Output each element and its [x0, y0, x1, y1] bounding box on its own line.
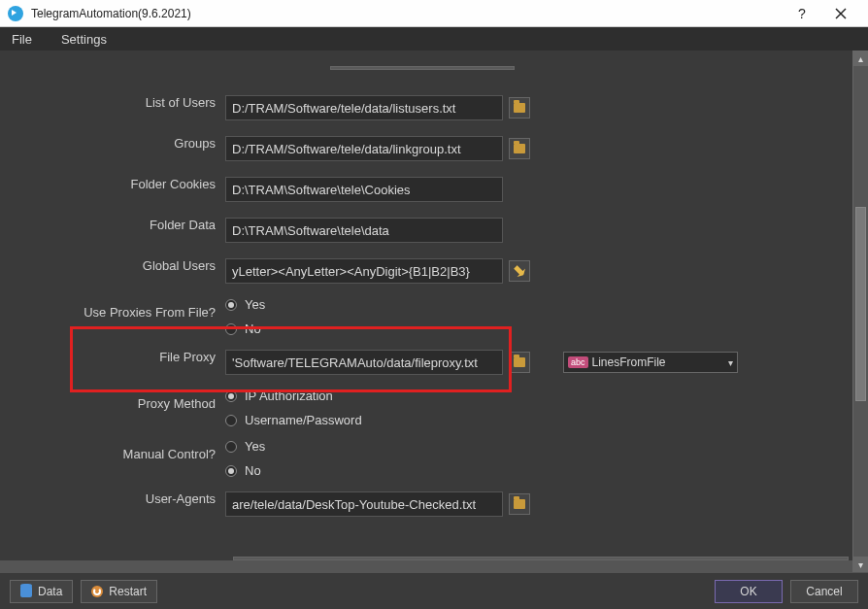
input-groups[interactable] — [225, 136, 503, 161]
horizontal-scrollbar[interactable] — [0, 560, 852, 572]
menubar: File Settings — [0, 27, 868, 51]
browse-user-agents[interactable] — [509, 493, 530, 515]
data-button-label: Data — [38, 585, 62, 598]
use-proxies-yes-label: Yes — [245, 297, 265, 312]
window-title: TelegramAutomation(9.6.2021) — [31, 7, 783, 20]
cancel-button-label: Cancel — [806, 585, 842, 598]
menu-file[interactable]: File — [6, 30, 38, 49]
folder-icon — [514, 103, 525, 113]
radio-icon — [225, 299, 237, 311]
cancel-button[interactable]: Cancel — [790, 580, 858, 603]
label-global-users: Global Users — [0, 253, 225, 273]
content-area: List of Users Groups Folder Cookies Fold… — [0, 51, 868, 572]
browse-groups[interactable] — [509, 138, 530, 159]
radio-icon — [225, 465, 237, 477]
folder-icon — [514, 357, 525, 367]
proxy-method-userpass[interactable]: Username/Password — [225, 413, 362, 427]
input-list-of-users[interactable] — [225, 95, 503, 120]
radio-icon — [225, 441, 237, 453]
label-user-agents: User-Agents — [0, 486, 225, 506]
titlebar: TelegramAutomation(9.6.2021) ? — [0, 0, 868, 27]
input-user-agents[interactable] — [225, 491, 503, 517]
edit-global-users[interactable] — [509, 260, 530, 282]
restart-button[interactable]: Restart — [81, 580, 157, 603]
top-divider — [330, 66, 515, 70]
label-manual-control: Manual Control? — [0, 435, 225, 461]
label-use-proxies: Use Proxies From File? — [0, 293, 225, 320]
data-button[interactable]: Data — [10, 580, 73, 603]
form-area: List of Users Groups Folder Cookies Fold… — [0, 51, 852, 560]
scroll-thumb[interactable] — [855, 207, 866, 401]
file-proxy-mode-text: LinesFromFile — [592, 355, 724, 369]
bottom-divider — [233, 557, 849, 560]
label-file-proxy: File Proxy — [0, 344, 225, 364]
ok-button[interactable]: OK — [715, 580, 783, 603]
input-file-proxy[interactable] — [225, 350, 503, 375]
radio-icon — [225, 323, 237, 335]
folder-icon — [514, 499, 525, 509]
ok-button-label: OK — [740, 585, 756, 598]
use-proxies-no[interactable]: No — [225, 321, 265, 336]
radio-icon — [225, 415, 237, 426]
scroll-down-icon[interactable]: ▾ — [853, 557, 868, 572]
app-icon — [8, 6, 23, 21]
folder-icon — [514, 144, 525, 153]
input-folder-data[interactable] — [225, 218, 503, 243]
close-icon — [835, 8, 847, 19]
database-icon — [20, 586, 32, 597]
label-groups: Groups — [0, 130, 225, 151]
input-global-users[interactable] — [225, 258, 503, 284]
scroll-up-icon[interactable]: ▴ — [853, 51, 868, 66]
use-proxies-yes[interactable]: Yes — [225, 297, 265, 312]
pencil-icon — [512, 263, 528, 280]
file-proxy-mode-select[interactable]: abc LinesFromFile ▾ — [563, 352, 738, 373]
vertical-scrollbar[interactable]: ▴ ▾ — [852, 51, 868, 572]
manual-control-yes[interactable]: Yes — [225, 439, 265, 454]
proxy-method-userpass-label: Username/Password — [245, 413, 362, 427]
proxy-method-ip[interactable]: IP Authorization — [225, 389, 362, 403]
use-proxies-group: Yes No — [225, 293, 265, 340]
menu-settings[interactable]: Settings — [55, 30, 113, 49]
proxy-method-group: IP Authorization Username/Password — [225, 385, 362, 431]
use-proxies-no-label: No — [245, 321, 261, 336]
abc-badge: abc — [568, 356, 588, 368]
label-list-of-users: List of Users — [0, 89, 225, 110]
label-proxy-method: Proxy Method — [0, 385, 225, 411]
label-folder-data: Folder Data — [0, 212, 225, 232]
input-folder-cookies[interactable] — [225, 177, 503, 202]
close-button[interactable] — [821, 0, 860, 27]
manual-control-yes-label: Yes — [245, 439, 265, 454]
help-button[interactable]: ? — [783, 0, 821, 27]
label-folder-cookies: Folder Cookies — [0, 171, 225, 191]
scroll-track[interactable] — [853, 66, 868, 557]
chevron-down-icon: ▾ — [728, 357, 733, 368]
manual-control-no[interactable]: No — [225, 463, 265, 478]
browse-list-of-users[interactable] — [509, 97, 530, 118]
restart-icon — [91, 586, 103, 597]
manual-control-group: Yes No — [225, 435, 265, 482]
restart-button-label: Restart — [109, 585, 147, 598]
bottombar: Data Restart OK Cancel — [0, 572, 868, 609]
proxy-method-ip-label: IP Authorization — [245, 389, 333, 403]
manual-control-no-label: No — [245, 463, 261, 478]
browse-file-proxy[interactable] — [509, 352, 530, 373]
radio-icon — [225, 390, 237, 402]
